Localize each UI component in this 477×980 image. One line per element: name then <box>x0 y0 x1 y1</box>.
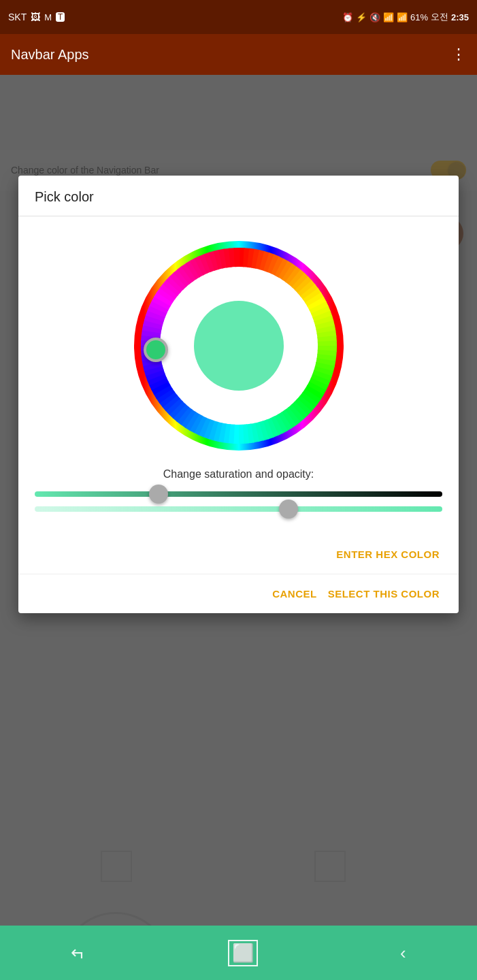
home-button[interactable]: ⬜ <box>228 940 258 966</box>
more-icon[interactable]: ⋮ <box>451 46 466 63</box>
saturation-slider-container <box>35 491 442 497</box>
talk-icon: T <box>56 12 65 22</box>
status-right: ⏰ ⚡ 🔇 📶 📶 61% 오전 2:35 <box>342 11 469 23</box>
app-bar: Navbar Apps ⋮ <box>0 34 477 75</box>
bottom-nav-bar: ↵ ⬜ ‹ <box>0 926 477 980</box>
opacity-thumb[interactable] <box>279 500 298 519</box>
saturation-thumb[interactable] <box>149 485 168 504</box>
saturation-label: Change saturation and opacity: <box>163 468 314 480</box>
alarm-icon: ⏰ <box>342 12 353 22</box>
color-selector-handle[interactable] <box>144 338 168 362</box>
dialog-action-buttons: CANCEL SELECT THIS COLOR <box>18 574 459 613</box>
status-bar: SKT 🖼 M T ⏰ ⚡ 🔇 📶 📶 61% 오전 2:35 <box>0 0 477 34</box>
status-left: SKT 🖼 M T <box>8 12 65 22</box>
color-preview-circle <box>194 301 284 391</box>
bluetooth-icon: ⚡ <box>356 12 367 22</box>
dialog-body: Change saturation and opacity: <box>18 216 459 535</box>
wifi-icon: 📶 <box>383 12 394 22</box>
dialog-title: Pick color <box>18 176 459 216</box>
carrier-label: SKT <box>8 12 27 22</box>
color-wheel[interactable] <box>130 237 348 455</box>
select-color-button[interactable]: SELECT THIS COLOR <box>325 583 442 605</box>
korean-label: 오전 <box>431 11 448 23</box>
mute-icon: 🔇 <box>369 12 380 22</box>
enter-hex-button[interactable]: ENTER HEX COLOR <box>333 543 442 566</box>
opacity-slider-container <box>35 506 442 512</box>
recent-button[interactable]: ‹ <box>400 943 406 964</box>
app-title: Navbar Apps <box>11 47 89 63</box>
saturation-track[interactable] <box>35 491 442 497</box>
gallery-icon: 🖼 <box>31 12 40 22</box>
time-label: 2:35 <box>451 12 469 22</box>
cancel-button[interactable]: CANCEL <box>269 583 320 605</box>
signal-icon: 📶 <box>397 12 408 22</box>
enter-hex-row: ENTER HEX COLOR <box>18 535 459 574</box>
opacity-track[interactable] <box>35 506 442 512</box>
gmail-icon: M <box>44 12 52 22</box>
color-picker-dialog: Pick color <box>18 176 459 613</box>
battery-label: 61% <box>410 12 428 22</box>
back-button[interactable]: ↵ <box>71 943 86 964</box>
